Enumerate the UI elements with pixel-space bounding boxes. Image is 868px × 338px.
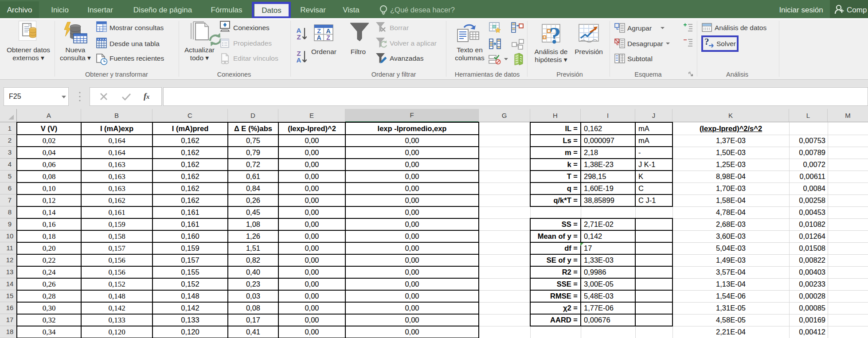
svg-text:Z: Z [317,27,321,35]
svg-text:Z: Z [326,34,330,41]
svg-text:A: A [297,56,301,64]
svg-text:A: A [326,27,330,35]
svg-text:A: A [317,34,321,41]
svg-text:Z: Z [297,33,301,41]
svg-text:?: ? [549,24,561,44]
